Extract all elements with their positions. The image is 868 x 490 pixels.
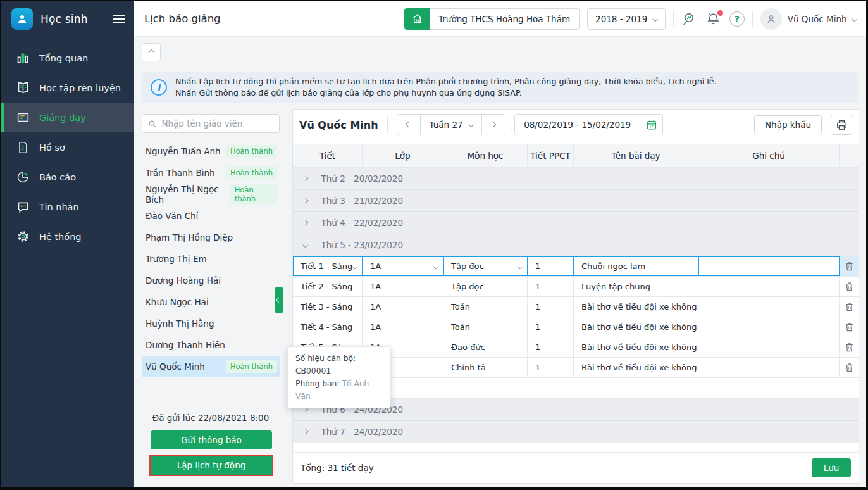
teacher-list-item[interactable]: Nguyễn Thị Ngọc Bích Hoàn thành: [142, 184, 280, 205]
sidebar-item-hoc-tap[interactable]: Học tập rèn luyện: [1, 73, 134, 103]
student-module-icon[interactable]: [11, 8, 33, 30]
teacher-list-item-selected[interactable]: Vũ Quốc Minh Hoàn thành: [142, 356, 280, 377]
sidebar-item-label: Hệ thống: [39, 232, 82, 242]
chevron-right-icon: [303, 429, 308, 434]
teacher-list-item[interactable]: Nguyễn Tuấn Anh Hoàn thành: [142, 141, 280, 162]
chevron-down-icon: [433, 264, 438, 269]
day-label: Thứ 3 - 21/02/2020: [321, 196, 404, 206]
teacher-list-item[interactable]: Trương Thị Em: [142, 248, 280, 270]
notification-dot: [717, 10, 723, 16]
teacher-list-item[interactable]: Khưu Ngọc Hải: [142, 291, 280, 313]
previous-week-button[interactable]: [397, 115, 420, 135]
chevron-down-icon: [852, 16, 857, 22]
teacher-list-item[interactable]: Đào Văn Chí: [142, 205, 280, 227]
trash-icon[interactable]: [844, 261, 855, 272]
divider: [387, 116, 388, 133]
teacher-name: Trương Thị Em: [146, 254, 207, 264]
trash-icon[interactable]: [844, 362, 855, 373]
help-glyph: ?: [735, 14, 740, 24]
user-menu[interactable]: Vũ Quốc Minh: [760, 8, 856, 30]
status-badge: Hoàn thành: [226, 145, 277, 158]
lesson-name-input[interactable]: Chuỗi ngọc lam: [574, 256, 698, 276]
trash-icon[interactable]: [844, 322, 855, 332]
collapse-panel-button[interactable]: [142, 43, 161, 61]
teacher-search-input[interactable]: [161, 118, 273, 129]
schedule-row[interactable]: Tiết 3 - Sáng 1A Toán 1 Bài thơ về tiểu …: [293, 297, 859, 317]
schedule-toolbar: Vũ Quốc Minh Tuần 27 08/02/2019 - 15/02/…: [293, 110, 859, 140]
sidebar-item-ho-so[interactable]: Hồ sơ: [1, 132, 134, 162]
trash-icon[interactable]: [844, 301, 855, 312]
class-select[interactable]: 1A: [363, 256, 443, 276]
day-group-thu7[interactable]: Thứ 7 - 24/02/2020: [293, 421, 859, 443]
period-select[interactable]: Tiết 1 - Sáng: [293, 256, 363, 276]
delete-row-cell[interactable]: [840, 256, 859, 276]
user-avatar: [760, 8, 782, 30]
calendar-icon[interactable]: [640, 115, 662, 135]
auto-schedule-button[interactable]: Lập lịch tự động: [151, 456, 272, 475]
lesson-name-cell: Bài thơ về tiểu đội xe không...: [574, 358, 698, 377]
notification-bell-icon[interactable]: [705, 11, 722, 27]
school-selector[interactable]: Trường THCS Hoàng Hoa Thám: [404, 8, 580, 30]
sidebar-item-tin-nhan[interactable]: Tin nhắn: [1, 192, 134, 222]
teacher-list-item[interactable]: Huỳnh Thị Hằng: [142, 313, 280, 334]
sidebar-item-label: Tổng quan: [39, 53, 88, 63]
day-group-thu5-expanded[interactable]: Thứ 5 - 23/02/2020: [293, 234, 859, 256]
teacher-name: Dương Thanh Hiền: [146, 340, 225, 350]
chevron-down-icon: [469, 122, 474, 127]
schedule-footer: Tổng: 31 tiết dạy Lưu: [293, 452, 859, 483]
sidebar-item-he-thong[interactable]: Hệ thống: [1, 222, 134, 251]
week-navigator: Tuần 27: [397, 114, 506, 135]
document-icon: [15, 140, 30, 155]
sidebar-item-bao-cao[interactable]: Báo cáo: [1, 162, 134, 192]
teacher-name: Nguyễn Tuấn Anh: [146, 146, 221, 156]
save-button[interactable]: Lưu: [812, 458, 851, 477]
teacher-list-item[interactable]: Trần Thanh Bình Hoàn thành: [142, 162, 280, 184]
banner-line-2: Nhấn Gửi thông báo để gửi lịch báo giảng…: [175, 87, 717, 99]
week-select[interactable]: Tuần 27: [420, 115, 483, 135]
ppct-cell: 1: [528, 358, 574, 377]
status-badge: Hoàn thành: [226, 360, 277, 373]
ppct-input[interactable]: 1: [528, 256, 574, 276]
print-button[interactable]: [831, 115, 852, 135]
lesson-name-cell: Bài thơ về tiểu đội xe không...: [574, 317, 698, 337]
schedule-row[interactable]: Tiết 4 - Sáng 1A Toán 1 Bài thơ về tiểu …: [293, 317, 859, 337]
day-group-thu3[interactable]: Thứ 3 - 21/02/2020: [293, 190, 859, 212]
note-input[interactable]: [698, 256, 840, 276]
lesson-name-value: Chuỗi ngọc lam: [581, 261, 645, 271]
trash-icon[interactable]: [844, 342, 855, 353]
collapse-teacher-panel-tab[interactable]: [275, 287, 283, 313]
class-value: 1A: [370, 261, 381, 271]
date-range-picker[interactable]: 08/02/2019 - 15/02/2019: [514, 114, 663, 135]
sidebar-item-tong-quan[interactable]: Tổng quan: [1, 43, 134, 73]
help-icon[interactable]: ?: [729, 11, 745, 27]
pie-chart-icon: [15, 170, 30, 185]
day-group-thu2[interactable]: Thứ 2 - 20/02/2020: [293, 168, 859, 190]
period-cell: Tiết 4 - Sáng: [293, 317, 363, 337]
schedule-row[interactable]: Tiết 2 - Sáng 1A Tập đọc 1 Luyện tập chu…: [293, 277, 859, 297]
class-cell: 1A: [363, 297, 443, 317]
column-header: Lớp: [363, 144, 443, 167]
user-name: Vũ Quốc Minh: [788, 14, 847, 24]
menu-toggle-icon[interactable]: [113, 15, 125, 23]
lesson-name-cell: Bài thơ về tiểu đội xe không...: [574, 337, 698, 357]
school-house-icon[interactable]: [404, 8, 430, 30]
school-year-select[interactable]: 2018 - 2019: [587, 8, 666, 30]
subject-select[interactable]: Tập đọc: [443, 256, 528, 276]
day-label: Thứ 4 - 22/02/2020: [321, 218, 404, 228]
banner-line-1: Nhấn Lập lịch tự động thì phần mềm sẽ tự…: [175, 76, 717, 87]
day-group-thu4[interactable]: Thứ 4 - 22/02/2020: [293, 212, 859, 234]
sidebar-item-label: Hồ sơ: [39, 142, 65, 153]
sidebar-item-giang-day[interactable]: Giảng dạy: [1, 103, 134, 132]
chevron-down-icon: [303, 242, 308, 248]
teacher-list-item[interactable]: Phạm Thị Hồng Điệp: [142, 227, 280, 248]
import-button[interactable]: Nhập khẩu: [754, 115, 822, 134]
status-badge: Hoàn thành: [230, 184, 277, 205]
send-notification-button[interactable]: Gửi thông báo: [151, 430, 272, 449]
teacher-list-item[interactable]: Dương Thanh Hiền: [142, 334, 280, 356]
next-week-button[interactable]: [482, 115, 505, 135]
period-cell: Tiết 3 - Sáng: [293, 297, 363, 317]
teacher-list-item[interactable]: Dương Hoàng Hải: [142, 270, 280, 291]
teacher-search[interactable]: [142, 114, 280, 133]
analytics-search-icon[interactable]: [681, 11, 698, 27]
trash-icon[interactable]: [844, 281, 855, 292]
